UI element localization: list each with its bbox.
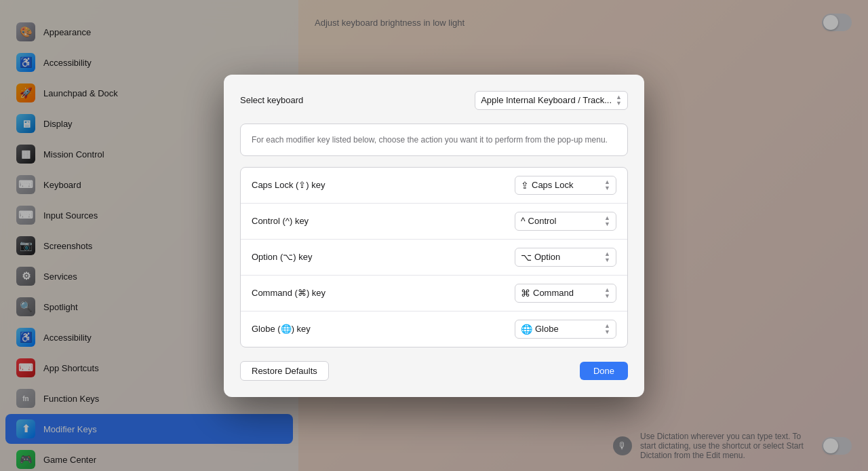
- modifier-keys-modal: Select keyboard Apple Internal Keyboard …: [224, 75, 644, 397]
- modifier-value-text-caps-lock: ⇪ Caps Lock: [521, 180, 573, 191]
- description-text: For each modifier key listed below, choo…: [252, 134, 616, 146]
- modifier-arrows-icon-control: ▲▼: [604, 215, 610, 227]
- keyboard-select[interactable]: Apple Internal Keyboard / Track... ▲ ▼: [475, 91, 628, 110]
- modifier-row-option: Option (⌥) key⌥ Option▲▼: [241, 240, 627, 276]
- done-button[interactable]: Done: [580, 362, 628, 380]
- modifier-value-text-option: ⌥ Option: [521, 252, 560, 263]
- description-box: For each modifier key listed below, choo…: [240, 124, 628, 156]
- select-arrows-icon: ▲ ▼: [616, 94, 622, 107]
- select-keyboard-row: Select keyboard Apple Internal Keyboard …: [240, 91, 628, 110]
- modifier-arrows-icon-globe: ▲▼: [604, 323, 610, 335]
- modifier-row-globe: Globe (🌐) key🌐 Globe▲▼: [241, 312, 627, 347]
- modifier-arrows-icon-command: ▲▼: [604, 287, 610, 299]
- select-keyboard-label: Select keyboard: [240, 95, 303, 105]
- modifier-value-select-caps-lock[interactable]: ⇪ Caps Lock▲▼: [515, 176, 616, 195]
- modifier-row-control: Control (^) key^ Control▲▼: [241, 204, 627, 240]
- modifier-value-text-control: ^ Control: [521, 216, 557, 227]
- modifier-arrows-icon-option: ▲▼: [604, 251, 610, 263]
- modifier-key-label-option: Option (⌥) key: [252, 252, 312, 262]
- modifier-row-command: Command (⌘) key⌘ Command▲▼: [241, 276, 627, 312]
- modal-overlay: Select keyboard Apple Internal Keyboard …: [0, 0, 868, 471]
- modifier-arrows-icon-caps-lock: ▲▼: [604, 179, 610, 191]
- modifier-rows-container: Caps Lock (⇪) key⇪ Caps Lock▲▼Control (^…: [240, 167, 628, 347]
- modifier-row-caps-lock: Caps Lock (⇪) key⇪ Caps Lock▲▼: [241, 168, 627, 204]
- modifier-value-select-control[interactable]: ^ Control▲▼: [515, 212, 616, 231]
- modifier-value-select-option[interactable]: ⌥ Option▲▼: [515, 248, 616, 267]
- modifier-value-select-globe[interactable]: 🌐 Globe▲▼: [515, 320, 616, 339]
- modifier-key-label-control: Control (^) key: [252, 216, 309, 226]
- modal-footer: Restore Defaults Done: [240, 361, 628, 381]
- restore-defaults-button[interactable]: Restore Defaults: [240, 361, 329, 381]
- modifier-key-label-globe: Globe (🌐) key: [252, 324, 311, 334]
- modifier-value-select-command[interactable]: ⌘ Command▲▼: [515, 284, 616, 303]
- keyboard-select-value: Apple Internal Keyboard / Track...: [481, 95, 612, 105]
- modifier-value-text-command: ⌘ Command: [521, 288, 574, 299]
- modifier-key-label-caps-lock: Caps Lock (⇪) key: [252, 180, 326, 190]
- modifier-value-text-globe: 🌐 Globe: [521, 324, 559, 335]
- modifier-key-label-command: Command (⌘) key: [252, 288, 326, 298]
